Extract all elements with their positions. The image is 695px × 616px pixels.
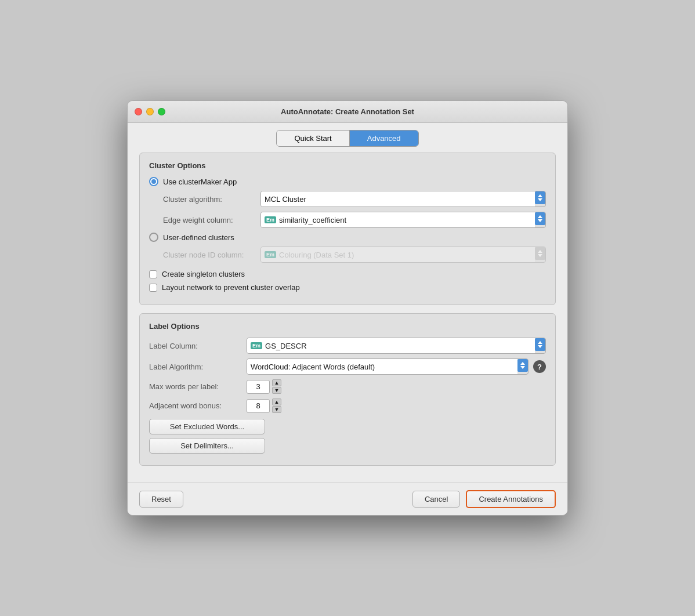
max-words-row: Max words per label: 3 ▲ ▼ [149,379,546,394]
create-singleton-label: Create singleton clusters [162,270,245,278]
adjacent-word-row: Adjacent word bonus: 8 ▲ ▼ [149,398,546,413]
titlebar: AutoAnnotate: Create Annotation Set [128,101,567,123]
close-button[interactable] [135,108,142,115]
cluster-options-section: Cluster Options Use clusterMaker App Clu… [139,153,556,305]
label-column-row: Label Column: Em GS_DESCR [149,338,546,354]
edge-weight-select[interactable]: Em similarity_coefficient [260,212,546,228]
bottom-bar: Reset Cancel Create Annotations [128,483,567,515]
label-options-title: Label Options [149,322,546,331]
maximize-button[interactable] [158,108,165,115]
label-algorithm-label: Label Algorithm: [149,363,242,371]
adjacent-word-label: Adjacent word bonus: [149,401,242,410]
edge-weight-row: Edge weight column: Em similarity_coeffi… [163,212,546,228]
max-words-down[interactable]: ▼ [272,387,281,394]
cluster-options-title: Cluster Options [149,161,546,170]
edge-weight-em-badge: Em [265,216,276,223]
set-excluded-words-container: Set Excluded Words... [149,419,546,434]
use-clustermaker-radio[interactable] [149,177,158,186]
cluster-algorithm-select[interactable]: MCL Cluster [260,191,546,207]
arrow-down-icon [538,198,542,201]
layout-network-row[interactable]: Layout network to prevent cluster overla… [149,283,546,292]
cluster-algorithm-value: MCL Cluster [265,195,306,204]
cluster-algorithm-arrow[interactable] [535,191,545,204]
cluster-node-id-em-badge: Em [265,251,276,258]
set-excluded-words-button[interactable]: Set Excluded Words... [149,419,265,434]
tab-container: Quick Start Advanced [276,130,418,147]
tab-bar: Quick Start Advanced [128,123,567,153]
adjacent-word-arrows[interactable]: ▲ ▼ [272,398,281,413]
user-defined-radio[interactable] [149,233,158,242]
cluster-node-id-label: Cluster node ID column: [163,251,256,259]
max-words-value[interactable]: 3 [247,380,270,394]
help-icon[interactable]: ? [533,360,546,373]
set-delimiters-container: Set Delimiters... [149,438,546,454]
label-algorithm-row: Label Algorithm: WordCloud: Adjacent Wor… [149,358,546,375]
label-column-label: Label Column: [149,342,242,350]
cluster-algorithm-label: Cluster algorithm: [163,195,256,204]
cluster-node-id-arrow [535,247,545,260]
edge-weight-value: similarity_coefficient [279,216,346,224]
traffic-lights [135,108,165,115]
main-window: AutoAnnotate: Create Annotation Set Quic… [127,100,568,516]
arrow-down-icon [538,219,542,222]
minimize-button[interactable] [146,108,154,115]
tab-advanced[interactable]: Advanced [350,131,418,146]
layout-network-label: Layout network to prevent cluster overla… [162,283,300,292]
cluster-node-id-select: Em Colouring (Data Set 1) [260,247,546,263]
max-words-up[interactable]: ▲ [272,379,281,386]
arrow-down-icon [538,254,542,257]
cancel-button[interactable]: Cancel [412,491,460,508]
max-words-stepper[interactable]: 3 ▲ ▼ [247,379,281,394]
user-defined-row[interactable]: User-defined clusters [149,233,546,242]
arrow-up-icon [538,194,542,197]
label-column-select[interactable]: Em GS_DESCR [247,338,546,354]
edge-weight-arrow[interactable] [535,212,545,225]
create-annotations-button[interactable]: Create Annotations [466,490,556,508]
create-singleton-checkbox[interactable] [149,270,157,278]
max-words-label: Max words per label: [149,382,242,391]
create-singleton-row[interactable]: Create singleton clusters [149,270,546,278]
arrow-up-icon [538,250,542,253]
user-defined-label: User-defined clusters [163,233,234,242]
cluster-node-id-value: Colouring (Data Set 1) [279,251,354,259]
content-area: Cluster Options Use clusterMaker App Clu… [128,153,567,483]
adjacent-word-stepper[interactable]: 8 ▲ ▼ [247,398,281,413]
label-algorithm-value: WordCloud: Adjacent Words (default) [251,363,375,371]
edge-weight-label: Edge weight column: [163,216,256,224]
arrow-up-icon [538,215,542,218]
arrow-down-icon [520,366,525,369]
adjacent-word-down[interactable]: ▼ [272,406,281,413]
adjacent-word-value[interactable]: 8 [247,399,270,413]
layout-network-checkbox[interactable] [149,284,157,292]
set-delimiters-button[interactable]: Set Delimiters... [149,438,265,454]
window-title: AutoAnnotate: Create Annotation Set [281,107,414,116]
tab-quick-start[interactable]: Quick Start [277,131,349,146]
max-words-arrows[interactable]: ▲ ▼ [272,379,281,394]
label-column-em-badge: Em [251,342,262,349]
arrow-up-icon [520,362,525,365]
adjacent-word-up[interactable]: ▲ [272,398,281,405]
reset-button[interactable]: Reset [139,491,183,508]
label-column-arrow[interactable] [535,338,545,351]
cluster-node-id-row: Cluster node ID column: Em Colouring (Da… [163,247,546,263]
arrow-up-icon [538,341,542,344]
label-column-value: GS_DESCR [265,342,307,350]
label-algorithm-arrow[interactable] [517,359,528,372]
arrow-down-icon [538,345,542,348]
label-options-section: Label Options Label Column: Em GS_DESCR [139,313,556,466]
use-clustermaker-label: Use clusterMaker App [163,177,237,186]
label-algorithm-select[interactable]: WordCloud: Adjacent Words (default) [247,358,529,375]
cluster-algorithm-row: Cluster algorithm: MCL Cluster [163,191,546,207]
use-clustermaker-row[interactable]: Use clusterMaker App [149,177,546,186]
